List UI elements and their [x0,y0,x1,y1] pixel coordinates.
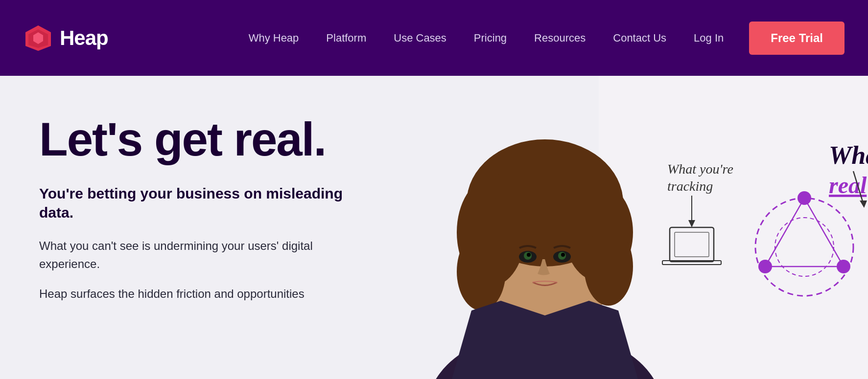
nav-item-contact-us[interactable]: Contact Us [599,26,680,50]
svg-rect-3 [599,76,868,379]
svg-point-11 [584,227,633,306]
hero-body2: Heap surfaces the hidden friction and op… [39,285,362,303]
nav-link-pricing[interactable]: Pricing [460,26,520,50]
nav-links: Why Heap Platform Use Cases Pricing Reso… [235,26,738,50]
svg-point-19 [527,253,531,257]
nav-link-why-heap[interactable]: Why Heap [235,26,313,50]
navbar: Heap Why Heap Platform Use Cases Pricing… [0,0,868,76]
hero-body1: What you can't see is undermining your u… [39,237,352,273]
nav-item-pricing[interactable]: Pricing [460,26,520,50]
nav-item-resources[interactable]: Resources [520,26,599,50]
nav-item-log-in[interactable]: Log In [680,26,737,50]
svg-point-10 [457,232,506,311]
hero-content: Let's get real. You're betting your busi… [0,76,411,379]
svg-text:real: real [829,172,867,198]
nav-link-contact-us[interactable]: Contact Us [599,26,680,50]
hero-section: Let's get real. You're betting your busi… [0,76,868,379]
brand-name: Heap [60,26,108,50]
logo-link[interactable]: Heap [23,23,108,53]
hero-headline: Let's get real. [39,115,372,164]
heap-logo-icon [23,23,53,53]
nav-item-why-heap[interactable]: Why Heap [235,26,313,50]
nav-link-platform[interactable]: Platform [312,26,380,50]
hero-illustration: What you're tracking Wha rea [403,76,868,379]
svg-point-20 [561,253,565,257]
nav-item-use-cases[interactable]: Use Cases [380,26,460,50]
hero-image-area: What you're tracking Wha rea [403,76,868,379]
nav-item-platform[interactable]: Platform [312,26,380,50]
svg-text:Wha: Wha [829,141,868,169]
free-trial-button[interactable]: Free Trial [749,22,845,55]
svg-point-14 [542,164,596,213]
svg-text:tracking: tracking [667,178,713,194]
svg-text:What you're: What you're [667,161,733,177]
nav-link-log-in[interactable]: Log In [680,26,737,50]
hero-subheadline: You're betting your business on misleadi… [39,184,372,222]
nav-link-use-cases[interactable]: Use Cases [380,26,460,50]
nav-link-resources[interactable]: Resources [520,26,599,50]
